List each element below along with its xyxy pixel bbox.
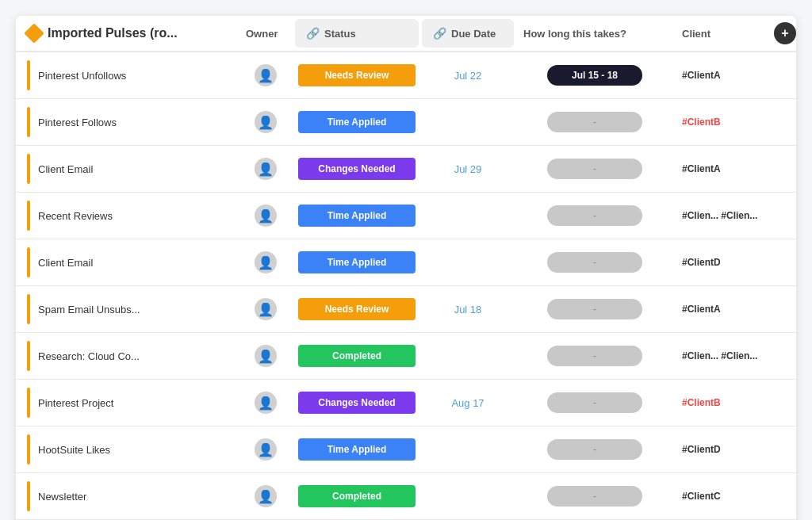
- duration-cell[interactable]: -: [515, 202, 674, 229]
- status-cell[interactable]: Changes Needed: [293, 155, 420, 183]
- duration-cell[interactable]: -: [515, 342, 674, 369]
- duration-column-header: How long this takes?: [515, 18, 674, 49]
- client-name: #ClientD: [682, 257, 721, 268]
- duration-badge[interactable]: -: [547, 486, 642, 507]
- status-column-header[interactable]: 🔗 Status: [295, 19, 419, 48]
- status-cell[interactable]: Needs Review: [293, 295, 420, 323]
- row-stripe: [27, 434, 30, 465]
- avatar-cell: 👤: [238, 111, 293, 133]
- row-name-cell: Recent Reviews: [16, 193, 238, 239]
- table-icon: [24, 23, 44, 43]
- table-row: Pinterest Unfollows 👤Needs ReviewJul 22J…: [16, 52, 796, 99]
- duration-cell[interactable]: -: [515, 109, 674, 136]
- table-body: Pinterest Unfollows 👤Needs ReviewJul 22J…: [16, 52, 796, 520]
- main-table-container: Imported Pulses (ro... Owner 🔗 Status 🔗 …: [16, 16, 796, 520]
- row-name-cell: Research: Cloud Co...: [16, 333, 238, 379]
- duration-cell[interactable]: -: [515, 483, 674, 510]
- status-badge[interactable]: Completed: [298, 485, 416, 507]
- avatar: 👤: [255, 392, 277, 414]
- client-cell: #ClientD: [674, 254, 769, 271]
- duration-cell[interactable]: -: [515, 249, 674, 276]
- duration-badge[interactable]: -: [547, 159, 642, 179]
- row-stripe: [27, 154, 30, 184]
- due-date-cell: Aug 17: [420, 397, 515, 409]
- avatar: 👤: [255, 251, 277, 273]
- row-name-text: Client Email: [38, 163, 93, 175]
- status-badge[interactable]: Needs Review: [298, 64, 416, 86]
- duration-cell[interactable]: -: [515, 436, 674, 463]
- row-name-cell: Pinterest Unfollows: [16, 52, 238, 98]
- client-name: #Clien... #Clien...: [682, 210, 757, 221]
- duration-badge[interactable]: -: [547, 252, 642, 273]
- status-cell[interactable]: Completed: [293, 342, 420, 370]
- avatar-cell: 👤: [238, 158, 293, 180]
- status-badge[interactable]: Time Applied: [298, 111, 416, 133]
- status-cell[interactable]: Time Applied: [293, 201, 420, 230]
- avatar: 👤: [255, 64, 277, 86]
- row-name-text: Recent Reviews: [38, 210, 113, 222]
- status-cell[interactable]: Time Applied: [293, 435, 420, 464]
- row-name-text: Newsletter: [38, 491, 86, 503]
- row-name-text: Pinterest Follows: [38, 117, 117, 128]
- link-icon-duedate: 🔗: [433, 27, 446, 40]
- duration-badge[interactable]: -: [547, 112, 642, 132]
- status-badge[interactable]: Changes Needed: [298, 392, 416, 414]
- row-stripe: [27, 388, 30, 418]
- status-badge[interactable]: Time Applied: [298, 438, 416, 461]
- table-row: Newsletter 👤Completed-#ClientC: [16, 473, 796, 520]
- row-name-text: Pinterest Unfollows: [38, 70, 126, 82]
- row-name-cell: Client Email: [16, 146, 238, 192]
- row-stripe: [27, 60, 30, 90]
- duration-cell[interactable]: -: [515, 155, 674, 182]
- avatar-cell: 👤: [238, 251, 293, 273]
- duration-cell[interactable]: -: [515, 296, 674, 323]
- duration-cell[interactable]: -: [515, 389, 674, 416]
- avatar-cell: 👤: [238, 64, 293, 86]
- table-row: Pinterest Follows 👤Time Applied-#ClientB: [16, 99, 796, 146]
- due-date-column-header[interactable]: 🔗 Due Date: [422, 19, 514, 48]
- client-cell: #Clien... #Clien...: [674, 347, 769, 365]
- status-cell[interactable]: Time Applied: [293, 108, 420, 136]
- row-name-text: Spam Email Unsubs...: [38, 304, 140, 315]
- avatar-cell: 👤: [238, 485, 293, 507]
- avatar: 👤: [255, 438, 277, 461]
- status-badge[interactable]: Time Applied: [298, 251, 416, 273]
- client-name: #ClientB: [682, 117, 721, 128]
- table-row: Recent Reviews 👤Time Applied-#Clien... #…: [16, 193, 796, 239]
- duration-badge[interactable]: -: [547, 392, 642, 413]
- avatar-cell: 👤: [238, 345, 293, 367]
- duration-cell[interactable]: Jul 15 - 18: [515, 62, 674, 89]
- row-stripe: [27, 201, 30, 231]
- status-cell[interactable]: Time Applied: [293, 248, 420, 277]
- status-badge[interactable]: Time Applied: [298, 205, 416, 227]
- row-stripe: [27, 294, 30, 324]
- duration-badge[interactable]: -: [547, 299, 642, 319]
- avatar-cell: 👤: [238, 438, 293, 461]
- duration-badge[interactable]: -: [547, 205, 642, 226]
- table-row: Spam Email Unsubs... 👤Needs ReviewJul 18…: [16, 286, 796, 333]
- duration-badge[interactable]: -: [547, 439, 642, 460]
- client-cell: #ClientC: [674, 488, 769, 505]
- status-badge[interactable]: Changes Needed: [298, 158, 416, 180]
- row-name-cell: HootSuite Likes: [16, 426, 238, 472]
- add-column-button[interactable]: +: [769, 22, 796, 44]
- client-cell: #ClientB: [674, 394, 769, 411]
- row-name-text: HootSuite Likes: [38, 444, 110, 456]
- status-cell[interactable]: Completed: [293, 482, 420, 510]
- table-row: HootSuite Likes 👤Time Applied-#ClientD: [16, 426, 796, 473]
- avatar: 👤: [255, 485, 277, 507]
- duration-badge[interactable]: Jul 15 - 18: [547, 65, 642, 86]
- due-date-cell: Jul 22: [420, 70, 515, 82]
- avatar: 👤: [255, 345, 277, 367]
- row-name-cell: Newsletter: [16, 473, 238, 519]
- row-name-cell: Client Email: [16, 239, 238, 285]
- link-icon-status: 🔗: [306, 27, 320, 40]
- duration-badge[interactable]: -: [547, 346, 642, 366]
- client-cell: #ClientD: [674, 441, 769, 458]
- status-badge[interactable]: Needs Review: [298, 298, 416, 320]
- client-name: #ClientC: [682, 491, 721, 502]
- status-cell[interactable]: Changes Needed: [293, 388, 420, 417]
- avatar-cell: 👤: [238, 392, 293, 414]
- status-cell[interactable]: Needs Review: [293, 61, 420, 90]
- status-badge[interactable]: Completed: [298, 345, 416, 367]
